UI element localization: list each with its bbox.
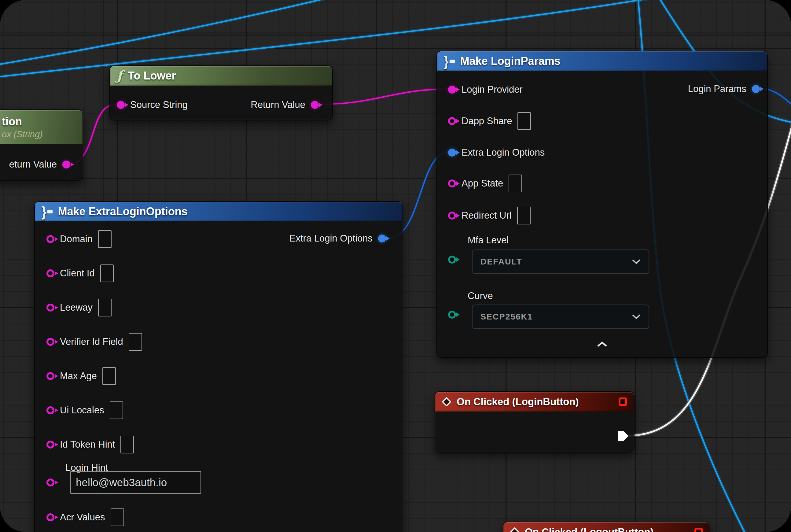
pin-row-login-hint: hello@web3auth.io — [46, 471, 201, 494]
collapse-chevron-icon — [597, 341, 607, 347]
pin-label-return-value: eturn Value — [9, 159, 57, 170]
string-input-pin[interactable] — [117, 101, 125, 109]
delegate-pin-icon[interactable] — [694, 528, 703, 532]
node-onclicked-logoutbutton[interactable]: On Clicked (LogoutButton) — [503, 521, 710, 532]
chevron-down-icon — [632, 259, 641, 264]
event-diamond-icon — [510, 527, 519, 532]
curve-value: SECP256K1 — [481, 312, 533, 322]
pin-row-dapp-share: Dapp Share — [448, 112, 531, 130]
struct-input-pin[interactable] — [448, 149, 456, 156]
string-input-pin[interactable] — [46, 304, 54, 311]
acr-values-input-field[interactable] — [111, 509, 124, 526]
redirect-url-input-field[interactable] — [517, 207, 530, 224]
string-input-pin[interactable] — [448, 212, 456, 220]
string-input-pin[interactable] — [448, 117, 456, 125]
node-login-btn-title: On Clicked (LoginButton) — [457, 396, 579, 407]
pin-label-verifier-id-field: Verifier Id Field — [60, 336, 123, 347]
id-token-hint-input-field[interactable] — [120, 436, 134, 453]
node-to-lower-title: To Lower — [128, 70, 176, 82]
pin-label-login-provider: Login Provider — [462, 84, 523, 95]
collapse-node-button[interactable] — [597, 341, 607, 348]
node-login-btn-header: On Clicked (LoginButton) — [435, 392, 634, 412]
leeway-input-field[interactable] — [98, 299, 112, 317]
ui-locales-input-field[interactable] — [110, 401, 123, 419]
node-params-title: Make LoginParams — [460, 55, 561, 68]
pin-label-source-string: Source String — [130, 99, 188, 110]
pin-label-leeway: Leeway — [60, 302, 93, 313]
mfa-level-value: DEFAULT — [481, 257, 522, 267]
pin-label-ui-locales: Ui Locales — [60, 405, 104, 416]
pin-row-verifier-id-field: Verifier Id Field — [46, 333, 142, 351]
string-input-pin[interactable] — [46, 478, 54, 487]
pin-label-id-token-hint: Id Token Hint — [60, 439, 115, 450]
string-input-pin[interactable] — [46, 513, 54, 521]
node-make-extraloginoptions[interactable]: } Make ExtraLoginOptions Domain Client I… — [34, 201, 403, 532]
pin-row-id-token-hint: Id Token Hint — [46, 436, 134, 453]
pin-row-login-provider: Login Provider — [448, 84, 523, 95]
pin-row-extra-login-options-out: Extra Login Options — [289, 233, 386, 244]
pin-row-redirect-url: Redirect Url — [448, 207, 530, 224]
pin-label-curve: Curve — [468, 290, 493, 302]
max-age-input-field[interactable] — [102, 367, 116, 385]
string-input-pin[interactable] — [46, 235, 54, 243]
pin-row-partial-return: eturn Value — [9, 159, 70, 170]
pin-label-max-age: Max Age — [60, 370, 97, 382]
pin-row-app-state: App State — [448, 175, 522, 192]
string-input-pin[interactable] — [46, 406, 54, 414]
node-params-header: } Make LoginParams — [437, 51, 767, 71]
event-diamond-icon — [442, 397, 451, 406]
pin-row-client-id: Client Id — [46, 264, 114, 282]
node-partial-function[interactable]: tion ox (String) eturn Value — [0, 110, 83, 181]
pin-label-redirect-url: Redirect Url — [462, 210, 512, 221]
login-hint-input-field[interactable]: hello@web3auth.io — [70, 471, 201, 494]
make-struct-icon: } — [444, 56, 455, 66]
string-input-pin[interactable] — [448, 179, 456, 187]
node-partial-header: tion ox (String) — [0, 110, 82, 144]
struct-output-pin[interactable] — [752, 85, 760, 93]
delegate-pin-icon[interactable] — [619, 397, 627, 406]
dapp-share-input-field[interactable] — [518, 112, 531, 130]
pin-label-mfa-level: Mfa Level — [468, 235, 508, 246]
pin-label-extra-login-options: Extra Login Options — [289, 233, 372, 244]
string-input-pin[interactable] — [46, 338, 54, 346]
client-id-input-field[interactable] — [100, 264, 114, 282]
node-partial-subtitle: ox (String) — [2, 129, 76, 139]
pin-row-extra-login-options-in: Extra Login Options — [448, 147, 545, 158]
string-output-pin[interactable] — [62, 160, 70, 169]
string-output-pin[interactable] — [311, 101, 319, 109]
pin-row-return-value: Return Value — [251, 99, 319, 110]
node-onclicked-loginbutton[interactable]: On Clicked (LoginButton) — [435, 391, 635, 453]
node-extra-header: } Make ExtraLoginOptions — [35, 202, 403, 221]
struct-output-pin[interactable] — [378, 234, 386, 243]
pin-label-client-id: Client Id — [60, 268, 95, 279]
pin-row-mfa-level — [448, 255, 456, 264]
domain-input-field[interactable] — [98, 230, 112, 248]
exec-output-pin[interactable] — [618, 431, 629, 442]
wire-string-tolower-to-provider[interactable] — [320, 89, 449, 104]
enum-input-pin[interactable] — [448, 255, 456, 264]
app-state-input-field[interactable] — [508, 175, 522, 192]
function-icon: ƒ — [117, 70, 122, 82]
graph-canvas[interactable]: tion ox (String) eturn Value ƒ To Lower … — [0, 0, 791, 532]
pin-row-curve — [448, 311, 456, 319]
string-input-pin[interactable] — [46, 269, 54, 277]
pin-label-app-state: App State — [462, 178, 503, 189]
pin-label-return-value: Return Value — [251, 99, 305, 110]
enum-input-pin[interactable] — [448, 311, 456, 319]
pin-label-dapp-share: Dapp Share — [462, 116, 512, 127]
node-make-loginparams[interactable]: } Make LoginParams Login Provider Login … — [437, 51, 768, 358]
pin-row-max-age: Max Age — [46, 367, 116, 385]
string-input-pin[interactable] — [46, 441, 54, 449]
node-extra-title: Make ExtraLoginOptions — [58, 205, 188, 218]
chevron-down-icon — [632, 314, 641, 319]
curve-dropdown[interactable]: SECP256K1 — [472, 305, 649, 329]
node-to-lower[interactable]: ƒ To Lower Source String Return Value — [110, 65, 333, 120]
pin-label-extra-login-options: Extra Login Options — [462, 147, 545, 158]
wire-cyan-top-a[interactable] — [0, 0, 334, 65]
mfa-level-dropdown[interactable]: DEFAULT — [472, 249, 649, 274]
string-input-pin[interactable] — [46, 372, 54, 380]
string-input-pin[interactable] — [448, 86, 456, 94]
pin-label-domain: Domain — [60, 233, 93, 245]
verifier-id-input-field[interactable] — [129, 333, 142, 351]
pin-label-login-params: Login Params — [688, 83, 746, 94]
